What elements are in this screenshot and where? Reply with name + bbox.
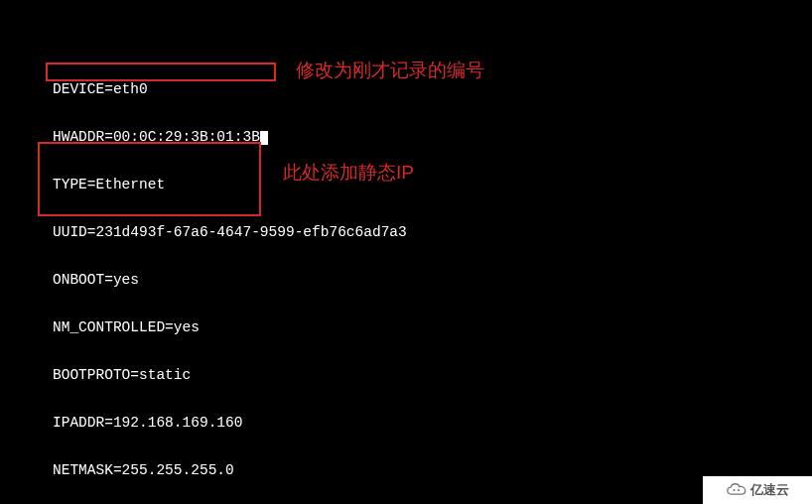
text-cursor bbox=[260, 131, 268, 145]
watermark: 亿速云 bbox=[703, 476, 812, 504]
terminal-editor[interactable]: DEVICE=eth0 HWADDR=00:0C:29:3B:01:3B TYP… bbox=[53, 50, 407, 504]
config-line: HWADDR=00:0C:29:3B:01:3B bbox=[53, 129, 407, 145]
config-line: IPADDR=192.168.169.160 bbox=[53, 415, 407, 431]
svg-point-0 bbox=[733, 489, 735, 491]
config-line: NM_CONTROLLED=yes bbox=[53, 319, 407, 335]
config-line: ONBOOT=yes bbox=[53, 272, 407, 288]
cloud-icon bbox=[727, 483, 746, 497]
annotation-static-ip: 此处添加静态IP bbox=[283, 165, 414, 181]
watermark-text: 亿速云 bbox=[750, 482, 789, 498]
config-line: DEVICE=eth0 bbox=[53, 81, 407, 97]
config-line: BOOTPROTO=static bbox=[53, 367, 407, 383]
config-line: UUID=231d493f-67a6-4647-9599-efb76c6ad7a… bbox=[53, 224, 407, 240]
svg-point-1 bbox=[738, 489, 740, 491]
annotation-hwaddr: 修改为刚才记录的编号 bbox=[296, 63, 484, 78]
config-line: NETMASK=255.255.255.0 bbox=[53, 462, 407, 478]
